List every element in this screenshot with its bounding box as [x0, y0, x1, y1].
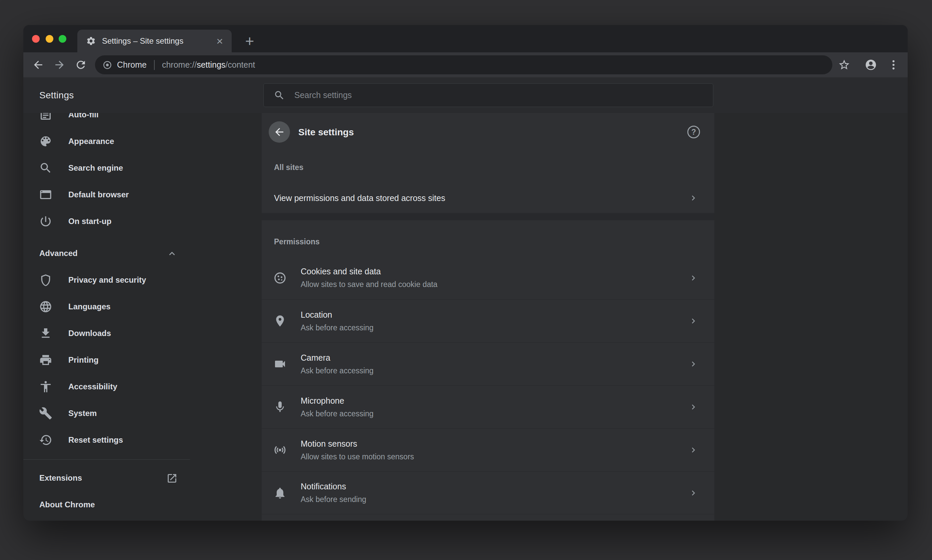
- row-subtitle: Ask before sending: [301, 495, 688, 504]
- back-icon[interactable]: [32, 58, 44, 71]
- sidebar-item-downloads[interactable]: Downloads: [23, 320, 261, 347]
- globe-icon: [39, 300, 52, 313]
- sidebar-item-label: Advanced: [39, 249, 78, 258]
- view-permissions-row[interactable]: View permissions and data stored across …: [261, 185, 714, 211]
- download-icon: [39, 327, 52, 340]
- gear-icon: [86, 36, 96, 46]
- sidebar-item-accessibility[interactable]: Accessibility: [23, 373, 261, 400]
- printer-icon: [39, 353, 52, 367]
- row-subtitle: Allow sites to use motion sensors: [301, 452, 688, 462]
- permissions-section-label: Permissions: [274, 237, 320, 246]
- chevron-right-icon: [688, 193, 698, 203]
- sidebar-item-label: Auto-fill: [68, 113, 98, 119]
- url-scheme: chrome://: [162, 60, 197, 69]
- chevron-right-icon: [688, 402, 698, 412]
- sidebar-divider: [23, 459, 190, 460]
- settings-sidebar: Auto-fill Appearance Search engine: [23, 113, 261, 521]
- new-tab-button[interactable]: +: [240, 32, 259, 50]
- chevron-right-icon: [688, 445, 698, 455]
- permissions-list: Cookies and site data Allow sites to sav…: [261, 256, 714, 514]
- section-gap: [261, 213, 714, 220]
- row-camera[interactable]: Camera Ask before accessing: [261, 342, 714, 385]
- sidebar-item-label: About Chrome: [39, 500, 95, 509]
- row-motion-sensors[interactable]: Motion sensors Allow sites to use motion…: [261, 428, 714, 471]
- restore-icon: [39, 433, 52, 447]
- row-title: Microphone: [301, 396, 688, 406]
- row-location[interactable]: Location Ask before accessing: [261, 299, 714, 342]
- row-title: Motion sensors: [301, 439, 688, 449]
- sidebar-item-on-startup[interactable]: On start-up: [23, 208, 261, 235]
- sidebar-item-extensions[interactable]: Extensions: [23, 465, 261, 491]
- profile-avatar-icon[interactable]: [865, 58, 877, 71]
- bell-icon: [273, 486, 287, 500]
- chevron-up-icon: [166, 248, 178, 259]
- video-camera-icon: [273, 357, 287, 371]
- view-permissions-title: View permissions and data stored across …: [274, 193, 688, 203]
- chevron-right-icon: [688, 488, 698, 498]
- chevron-right-icon: [688, 273, 698, 283]
- sidebar-item-advanced[interactable]: Advanced: [23, 240, 261, 267]
- help-icon[interactable]: ?: [687, 126, 700, 138]
- browser-window: Settings – Site settings × + Chrome chro…: [23, 25, 908, 521]
- forward-icon[interactable]: [53, 58, 66, 71]
- back-button[interactable]: [269, 122, 290, 143]
- row-notifications[interactable]: Notifications Ask before sending: [261, 471, 714, 514]
- url-highlight: settings: [197, 60, 225, 69]
- sidebar-item-label: Privacy and security: [68, 275, 146, 285]
- sidebar-item-system[interactable]: System: [23, 400, 261, 427]
- sidebar-item-default-browser[interactable]: Default browser: [23, 182, 261, 208]
- wrench-icon: [39, 407, 52, 420]
- row-text: Motion sensors Allow sites to use motion…: [301, 439, 688, 462]
- chrome-page-icon: [102, 60, 112, 70]
- sidebar-item-label: Languages: [68, 302, 111, 311]
- browser-icon: [39, 188, 52, 202]
- row-text: Camera Ask before accessing: [301, 353, 688, 375]
- microphone-icon: [273, 400, 287, 414]
- zoom-window-button[interactable]: [58, 35, 66, 43]
- sidebar-item-label: Printing: [68, 355, 98, 365]
- bookmark-star-icon[interactable]: [838, 58, 850, 71]
- cookie-icon: [273, 271, 287, 285]
- sidebar-item-label: Appearance: [68, 137, 114, 146]
- row-text: Notifications Ask before sending: [301, 482, 688, 504]
- autofill-icon: [39, 113, 52, 122]
- row-cookies[interactable]: Cookies and site data Allow sites to sav…: [261, 256, 714, 299]
- sidebar-item-autofill[interactable]: Auto-fill: [23, 113, 261, 128]
- row-subtitle: Ask before accessing: [301, 409, 688, 418]
- row-title: Cookies and site data: [301, 267, 688, 276]
- motion-sensor-icon: [273, 443, 287, 457]
- row-text: Cookies and site data Allow sites to sav…: [301, 267, 688, 289]
- sidebar-item-label: System: [68, 409, 97, 418]
- sidebar-item-label: Accessibility: [68, 382, 117, 391]
- row-text: Location Ask before accessing: [301, 310, 688, 332]
- url-text: chrome://settings/content: [162, 60, 255, 70]
- power-icon: [39, 215, 52, 228]
- tab-title: Settings – Site settings: [102, 36, 215, 46]
- row-microphone[interactable]: Microphone Ask before accessing: [261, 385, 714, 428]
- row-subtitle: Ask before accessing: [301, 366, 688, 375]
- tab-settings[interactable]: Settings – Site settings ×: [77, 30, 232, 52]
- sidebar-item-label: On start-up: [68, 217, 111, 226]
- sidebar-item-search-engine[interactable]: Search engine: [23, 155, 261, 182]
- sidebar-item-printing[interactable]: Printing: [23, 347, 261, 373]
- search-input[interactable]: [294, 90, 713, 100]
- help-glyph: ?: [691, 128, 696, 137]
- sidebar-item-appearance[interactable]: Appearance: [23, 128, 261, 155]
- browser-toolbar: Chrome chrome://settings/content: [23, 52, 908, 77]
- settings-search-field[interactable]: [263, 83, 713, 107]
- sidebar-item-privacy-security[interactable]: Privacy and security: [23, 267, 261, 293]
- sidebar-item-about-chrome[interactable]: About Chrome: [23, 491, 261, 518]
- address-bar[interactable]: Chrome chrome://settings/content: [95, 55, 832, 74]
- tab-close-icon[interactable]: ×: [215, 35, 225, 47]
- url-path: /content: [225, 60, 255, 69]
- reload-icon[interactable]: [75, 58, 87, 71]
- sidebar-item-label: Reset settings: [68, 435, 123, 445]
- tab-strip: Settings – Site settings × +: [23, 25, 908, 52]
- close-window-button[interactable]: [32, 35, 40, 43]
- chevron-right-icon: [688, 316, 698, 326]
- sidebar-item-reset-settings[interactable]: Reset settings: [23, 427, 261, 453]
- menu-kebab-icon[interactable]: [887, 58, 900, 71]
- sidebar-item-languages[interactable]: Languages: [23, 293, 261, 320]
- row-subtitle: Allow sites to save and read cookie data: [301, 280, 688, 289]
- minimize-window-button[interactable]: [46, 35, 53, 43]
